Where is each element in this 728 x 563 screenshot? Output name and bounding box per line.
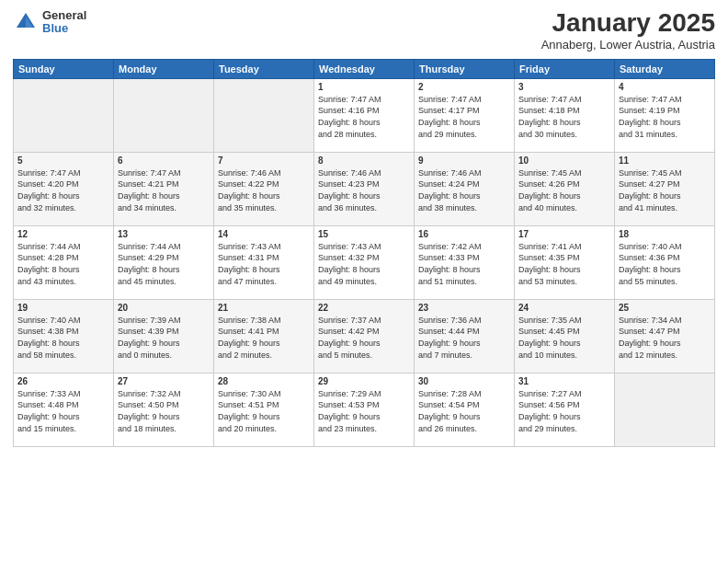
cell-w5-d6 bbox=[615, 373, 715, 446]
col-monday: Monday bbox=[114, 59, 214, 78]
col-sunday: Sunday bbox=[14, 59, 114, 78]
week-row-3: 12Sunrise: 7:44 AM Sunset: 4:28 PM Dayli… bbox=[14, 225, 715, 299]
col-thursday: Thursday bbox=[415, 59, 515, 78]
day-number: 21 bbox=[218, 303, 310, 313]
day-info: Sunrise: 7:46 AM Sunset: 4:23 PM Dayligh… bbox=[318, 167, 410, 213]
day-info: Sunrise: 7:38 AM Sunset: 4:41 PM Dayligh… bbox=[218, 315, 310, 361]
calendar-header: Sunday Monday Tuesday Wednesday Thursday… bbox=[14, 59, 715, 78]
cell-w3-d1: 13Sunrise: 7:44 AM Sunset: 4:29 PM Dayli… bbox=[114, 225, 214, 299]
day-info: Sunrise: 7:34 AM Sunset: 4:47 PM Dayligh… bbox=[619, 315, 711, 361]
cell-w3-d2: 14Sunrise: 7:43 AM Sunset: 4:31 PM Dayli… bbox=[214, 225, 314, 299]
day-info: Sunrise: 7:39 AM Sunset: 4:39 PM Dayligh… bbox=[118, 315, 210, 361]
day-info: Sunrise: 7:44 AM Sunset: 4:29 PM Dayligh… bbox=[118, 241, 210, 287]
calendar-table: Sunday Monday Tuesday Wednesday Thursday… bbox=[13, 59, 715, 447]
cell-w2-d3: 8Sunrise: 7:46 AM Sunset: 4:23 PM Daylig… bbox=[314, 152, 415, 225]
cell-w5-d0: 26Sunrise: 7:33 AM Sunset: 4:48 PM Dayli… bbox=[14, 373, 114, 446]
cell-w2-d0: 5Sunrise: 7:47 AM Sunset: 4:20 PM Daylig… bbox=[14, 152, 114, 225]
cell-w1-d3: 1Sunrise: 7:47 AM Sunset: 4:16 PM Daylig… bbox=[314, 78, 415, 152]
cell-w3-d4: 16Sunrise: 7:42 AM Sunset: 4:33 PM Dayli… bbox=[415, 225, 515, 299]
cell-w5-d1: 27Sunrise: 7:32 AM Sunset: 4:50 PM Dayli… bbox=[114, 373, 214, 446]
day-info: Sunrise: 7:47 AM Sunset: 4:17 PM Dayligh… bbox=[418, 94, 510, 140]
day-number: 27 bbox=[118, 376, 210, 386]
cell-w1-d1 bbox=[114, 78, 214, 152]
day-number: 25 bbox=[619, 303, 711, 313]
day-number: 12 bbox=[17, 229, 109, 239]
cell-w1-d2 bbox=[214, 78, 314, 152]
cell-w5-d3: 29Sunrise: 7:29 AM Sunset: 4:53 PM Dayli… bbox=[314, 373, 415, 446]
day-info: Sunrise: 7:46 AM Sunset: 4:24 PM Dayligh… bbox=[418, 167, 510, 213]
cell-w1-d0 bbox=[14, 78, 114, 152]
day-info: Sunrise: 7:42 AM Sunset: 4:33 PM Dayligh… bbox=[418, 241, 510, 287]
day-info: Sunrise: 7:45 AM Sunset: 4:26 PM Dayligh… bbox=[518, 167, 610, 213]
day-number: 22 bbox=[318, 303, 410, 313]
day-number: 11 bbox=[619, 155, 711, 166]
day-info: Sunrise: 7:30 AM Sunset: 4:51 PM Dayligh… bbox=[218, 388, 310, 434]
day-info: Sunrise: 7:44 AM Sunset: 4:28 PM Dayligh… bbox=[17, 241, 109, 287]
week-row-2: 5Sunrise: 7:47 AM Sunset: 4:20 PM Daylig… bbox=[14, 152, 715, 225]
cell-w3-d3: 15Sunrise: 7:43 AM Sunset: 4:32 PM Dayli… bbox=[314, 225, 415, 299]
day-info: Sunrise: 7:47 AM Sunset: 4:18 PM Dayligh… bbox=[518, 94, 610, 140]
day-info: Sunrise: 7:28 AM Sunset: 4:54 PM Dayligh… bbox=[418, 388, 510, 434]
day-number: 8 bbox=[318, 155, 410, 166]
cell-w1-d6: 4Sunrise: 7:47 AM Sunset: 4:19 PM Daylig… bbox=[615, 78, 715, 152]
day-info: Sunrise: 7:46 AM Sunset: 4:22 PM Dayligh… bbox=[218, 167, 310, 213]
cell-w4-d3: 22Sunrise: 7:37 AM Sunset: 4:42 PM Dayli… bbox=[314, 299, 415, 373]
week-row-5: 26Sunrise: 7:33 AM Sunset: 4:48 PM Dayli… bbox=[14, 373, 715, 446]
cell-w2-d5: 10Sunrise: 7:45 AM Sunset: 4:26 PM Dayli… bbox=[515, 152, 615, 225]
cell-w3-d5: 17Sunrise: 7:41 AM Sunset: 4:35 PM Dayli… bbox=[515, 225, 615, 299]
cell-w2-d6: 11Sunrise: 7:45 AM Sunset: 4:27 PM Dayli… bbox=[615, 152, 715, 225]
header-row: Sunday Monday Tuesday Wednesday Thursday… bbox=[14, 59, 715, 78]
cell-w4-d0: 19Sunrise: 7:40 AM Sunset: 4:38 PM Dayli… bbox=[14, 299, 114, 373]
day-number: 6 bbox=[118, 155, 210, 166]
month-title: January 2025 bbox=[541, 9, 715, 38]
cell-w5-d4: 30Sunrise: 7:28 AM Sunset: 4:54 PM Dayli… bbox=[415, 373, 515, 446]
day-info: Sunrise: 7:36 AM Sunset: 4:44 PM Dayligh… bbox=[418, 315, 510, 361]
day-number: 14 bbox=[218, 229, 310, 239]
day-number: 23 bbox=[418, 303, 510, 313]
day-number: 2 bbox=[418, 82, 510, 92]
cell-w5-d5: 31Sunrise: 7:27 AM Sunset: 4:56 PM Dayli… bbox=[515, 373, 615, 446]
day-info: Sunrise: 7:27 AM Sunset: 4:56 PM Dayligh… bbox=[518, 388, 610, 434]
col-friday: Friday bbox=[515, 59, 615, 78]
logo: General Blue bbox=[13, 9, 86, 36]
day-info: Sunrise: 7:47 AM Sunset: 4:20 PM Dayligh… bbox=[17, 167, 109, 213]
day-number: 9 bbox=[418, 155, 510, 166]
logo-blue-label: Blue bbox=[42, 22, 86, 35]
day-number: 10 bbox=[518, 155, 610, 166]
day-number: 19 bbox=[17, 303, 109, 313]
header: General Blue January 2025 Annaberg, Lowe… bbox=[13, 9, 715, 52]
cell-w2-d1: 6Sunrise: 7:47 AM Sunset: 4:21 PM Daylig… bbox=[114, 152, 214, 225]
title-area: January 2025 Annaberg, Lower Austria, Au… bbox=[541, 9, 715, 52]
day-number: 1 bbox=[318, 82, 410, 92]
day-info: Sunrise: 7:35 AM Sunset: 4:45 PM Dayligh… bbox=[518, 315, 610, 361]
week-row-4: 19Sunrise: 7:40 AM Sunset: 4:38 PM Dayli… bbox=[14, 299, 715, 373]
cell-w2-d4: 9Sunrise: 7:46 AM Sunset: 4:24 PM Daylig… bbox=[415, 152, 515, 225]
day-number: 17 bbox=[518, 229, 610, 239]
cell-w3-d6: 18Sunrise: 7:40 AM Sunset: 4:36 PM Dayli… bbox=[615, 225, 715, 299]
cell-w4-d1: 20Sunrise: 7:39 AM Sunset: 4:39 PM Dayli… bbox=[114, 299, 214, 373]
day-number: 4 bbox=[619, 82, 711, 92]
location-subtitle: Annaberg, Lower Austria, Austria bbox=[541, 38, 715, 52]
day-number: 16 bbox=[418, 229, 510, 239]
col-tuesday: Tuesday bbox=[214, 59, 314, 78]
logo-general-label: General bbox=[42, 9, 86, 22]
day-info: Sunrise: 7:37 AM Sunset: 4:42 PM Dayligh… bbox=[318, 315, 410, 361]
col-saturday: Saturday bbox=[615, 59, 715, 78]
day-info: Sunrise: 7:47 AM Sunset: 4:16 PM Dayligh… bbox=[318, 94, 410, 140]
col-wednesday: Wednesday bbox=[314, 59, 415, 78]
day-number: 7 bbox=[218, 155, 310, 166]
day-number: 30 bbox=[418, 376, 510, 386]
calendar-body: 1Sunrise: 7:47 AM Sunset: 4:16 PM Daylig… bbox=[14, 78, 715, 446]
day-number: 13 bbox=[118, 229, 210, 239]
day-number: 31 bbox=[518, 376, 610, 386]
logo-icon bbox=[13, 9, 39, 35]
day-info: Sunrise: 7:29 AM Sunset: 4:53 PM Dayligh… bbox=[318, 388, 410, 434]
cell-w1-d5: 3Sunrise: 7:47 AM Sunset: 4:18 PM Daylig… bbox=[515, 78, 615, 152]
cell-w4-d4: 23Sunrise: 7:36 AM Sunset: 4:44 PM Dayli… bbox=[415, 299, 515, 373]
day-info: Sunrise: 7:40 AM Sunset: 4:36 PM Dayligh… bbox=[619, 241, 711, 287]
day-number: 5 bbox=[17, 155, 109, 166]
cell-w5-d2: 28Sunrise: 7:30 AM Sunset: 4:51 PM Dayli… bbox=[214, 373, 314, 446]
cell-w2-d2: 7Sunrise: 7:46 AM Sunset: 4:22 PM Daylig… bbox=[214, 152, 314, 225]
day-number: 3 bbox=[518, 82, 610, 92]
day-number: 26 bbox=[17, 376, 109, 386]
